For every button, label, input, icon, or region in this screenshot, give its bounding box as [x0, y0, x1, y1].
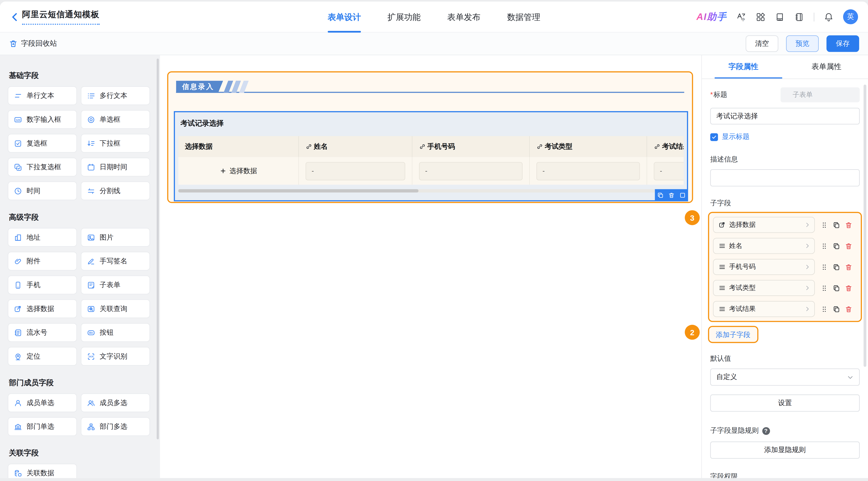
copy-widget-icon[interactable] [657, 192, 664, 199]
nav-tab-扩展功能[interactable]: 扩展功能 [388, 2, 421, 33]
subfield-item-手机号码[interactable]: 手机号码 [713, 259, 815, 275]
question-icon[interactable]: ? [762, 427, 770, 435]
column-header-手机号码[interactable]: 手机号码 [412, 136, 530, 157]
subfields-label: 子字段 [710, 199, 860, 208]
avatar[interactable]: 英 [843, 9, 858, 24]
field-recycle-bin-button[interactable]: 字段回收站 [9, 39, 57, 49]
sidebar-item-关联查询[interactable]: 关联查询 [81, 299, 150, 318]
sidebar-item-按钮[interactable]: Btn按钮 [81, 323, 150, 342]
cell-input[interactable]: - [419, 162, 523, 180]
copy-subfield-button[interactable] [833, 305, 840, 313]
copy-subfield-button[interactable] [833, 263, 840, 271]
copy-subfield-button[interactable] [833, 242, 840, 250]
default-value-select[interactable]: 自定义 [710, 368, 860, 386]
save-button[interactable]: 保存 [827, 35, 859, 52]
tab-form-properties[interactable]: 表单属性 [785, 55, 868, 78]
sidebar-item-附件[interactable]: 附件 [8, 252, 77, 270]
sidebar-item-部门单选[interactable]: 部门单选 [8, 417, 77, 436]
delete-subfield-button[interactable] [845, 263, 852, 271]
field-permission-label: 字段权限 [710, 472, 860, 478]
sidebar-item-单行文本[interactable]: 单行文本 [8, 86, 77, 105]
panel-scrollbar[interactable] [864, 85, 866, 367]
cell-input[interactable]: - [654, 162, 684, 180]
sidebar-item-下拉复选框[interactable]: 下拉复选框 [8, 158, 77, 176]
header-icons: 中 [736, 12, 834, 22]
delete-subfield-button[interactable] [845, 221, 852, 229]
tab-field-properties[interactable]: 字段属性 [702, 55, 785, 78]
nav-tab-数据管理[interactable]: 数据管理 [507, 2, 540, 33]
sidebar-item-单选框[interactable]: 单选框 [81, 110, 150, 129]
cell-input[interactable]: - [536, 162, 640, 180]
sidebar-item-复选框[interactable]: 复选框 [8, 134, 77, 153]
subform-hscroll-thumb[interactable] [178, 189, 418, 192]
description-input[interactable] [710, 169, 860, 186]
subfield-item-考试结果[interactable]: 考试结果 [713, 301, 815, 317]
subfield-label: 考试结果 [729, 304, 801, 314]
sidebar-item-流水号[interactable]: 流水号 [8, 323, 77, 342]
settings-button[interactable]: 设置 [710, 394, 860, 412]
column-header-考试结果[interactable]: 考试结果 [647, 136, 684, 157]
field-title-input[interactable] [710, 108, 860, 124]
select-widget-icon[interactable] [679, 192, 686, 199]
drag-handle[interactable] [820, 305, 828, 313]
sidebar-item-数字输入框[interactable]: 123数字输入框 [8, 110, 77, 129]
subform-widget-selected[interactable]: 考试记录选择 选择数据姓名手机号码考试类型考试结果 选择数据---- [174, 111, 688, 201]
add-subfield-button[interactable]: 添加子字段 [716, 331, 750, 339]
sidebar-item-手写签名[interactable]: 手写签名 [81, 252, 150, 270]
delete-subfield-button[interactable] [845, 305, 852, 313]
journal-button[interactable] [795, 12, 804, 22]
section-banner[interactable]: 信息录入 [176, 81, 246, 93]
delete-subfield-button[interactable] [845, 284, 852, 292]
show-title-toggle[interactable]: 显示标题 [710, 132, 860, 141]
add-visibility-rule-button[interactable]: 添加显隐规则 [710, 442, 860, 459]
drag-handle[interactable] [820, 263, 828, 271]
sidebar-item-日期时间[interactable]: 日期时间 [81, 158, 150, 176]
column-header-姓名[interactable]: 姓名 [299, 136, 412, 157]
drag-handle[interactable] [820, 242, 828, 250]
sidebar-item-子表单[interactable]: 子表单 [81, 276, 150, 294]
drag-handle[interactable] [820, 221, 828, 229]
cell-input[interactable]: - [306, 162, 405, 180]
nav-tab-表单设计[interactable]: 表单设计 [328, 2, 361, 33]
column-header-选择数据[interactable]: 选择数据 [178, 136, 299, 157]
back-button[interactable] [10, 12, 20, 22]
drag-handle[interactable] [820, 284, 828, 292]
apps-grid-button[interactable] [755, 12, 766, 22]
subfield-item-选择数据[interactable]: 选择数据 [713, 217, 815, 233]
copy-subfield-button[interactable] [833, 284, 840, 292]
sidebar-item-手机[interactable]: 手机 [8, 276, 77, 294]
book-button[interactable] [775, 12, 785, 22]
multi-dropdown-icon [14, 163, 22, 171]
sidebar-item-成员多选[interactable]: 成员多选 [81, 393, 150, 412]
sidebar-item-关联数据[interactable]: 关联数据 [8, 463, 77, 478]
subfield-item-姓名[interactable]: 姓名 [713, 238, 815, 254]
nav-tab-表单发布[interactable]: 表单发布 [447, 2, 480, 33]
add-select-data-button[interactable]: 选择数据 [220, 166, 257, 176]
sidebar-item-文字识别[interactable]: OCR文字识别 [81, 347, 150, 365]
translate-button[interactable]: 中 [736, 12, 746, 22]
sidebar-item-时间[interactable]: 时间 [8, 182, 77, 200]
bell-button[interactable] [824, 12, 834, 22]
sidebar-item-分割线[interactable]: 分割线 [81, 182, 150, 200]
sidebar-item-定位[interactable]: 定位 [8, 347, 77, 365]
subfield-item-考试类型[interactable]: 考试类型 [713, 280, 815, 296]
sidebar-item-下拉框[interactable]: 下拉框 [81, 134, 150, 153]
column-header-考试类型[interactable]: 考试类型 [530, 136, 647, 157]
delete-subfield-button[interactable] [845, 242, 852, 250]
sidebar-item-选择数据[interactable]: 选择数据 [8, 299, 77, 318]
sidebar-item-多行文本[interactable]: 多行文本 [81, 86, 150, 105]
sidebar-item-成员单选[interactable]: 成员单选 [8, 393, 77, 412]
copy-subfield-button[interactable] [833, 221, 840, 229]
subform-hscroll-track[interactable] [178, 189, 684, 192]
sidebar-item-图片[interactable]: 图片 [81, 228, 150, 247]
sidebar-item-部门多选[interactable]: 部门多选 [81, 417, 150, 436]
sidebar-item-地址[interactable]: 地址 [8, 228, 77, 247]
clear-button[interactable]: 清空 [746, 35, 778, 52]
plus-icon [220, 168, 226, 174]
ai-assistant-button[interactable]: AI助手 [696, 10, 727, 23]
delete-widget-icon[interactable] [668, 192, 675, 199]
preview-button[interactable]: 预览 [786, 35, 819, 52]
chevron-right-icon [804, 264, 810, 270]
sidebar-scrollbar[interactable] [157, 59, 159, 439]
doc-title-wrap[interactable]: 阿里云短信通知模板 [22, 9, 99, 25]
